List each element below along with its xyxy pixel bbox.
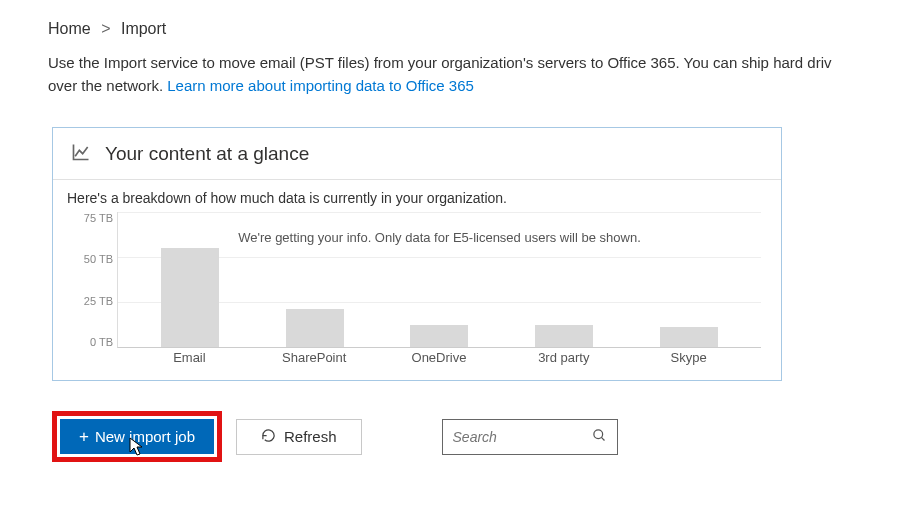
annotation-highlight: + New import job xyxy=(52,411,222,462)
y-tick: 75 TB xyxy=(69,212,113,224)
breadcrumb-current: Import xyxy=(121,20,166,37)
new-import-job-button[interactable]: + New import job xyxy=(60,419,214,454)
refresh-button[interactable]: Refresh xyxy=(236,419,362,455)
bar xyxy=(660,327,718,347)
search-box[interactable] xyxy=(442,419,618,455)
x-label: Email xyxy=(144,350,234,372)
refresh-icon xyxy=(261,428,276,446)
learn-more-link[interactable]: Learn more about importing data to Offic… xyxy=(167,77,474,94)
panel-subtext: Here's a breakdown of how much data is c… xyxy=(67,190,771,206)
x-label: SharePoint xyxy=(269,350,359,372)
new-import-label: New import job xyxy=(95,428,195,445)
x-label: Skype xyxy=(644,350,734,372)
breadcrumb-home[interactable]: Home xyxy=(48,20,91,37)
x-label: OneDrive xyxy=(394,350,484,372)
svg-point-0 xyxy=(593,429,602,438)
plus-icon: + xyxy=(79,428,89,445)
bar xyxy=(535,325,593,347)
bar xyxy=(286,309,344,347)
toolbar: + New import job Refresh xyxy=(52,411,913,462)
y-tick: 25 TB xyxy=(69,295,113,307)
bar xyxy=(161,248,219,347)
plot-area: We're getting your info. Only data for E… xyxy=(117,212,761,348)
content-glance-panel: Your content at a glance Here's a breakd… xyxy=(52,127,782,381)
bar xyxy=(410,325,468,347)
x-label: 3rd party xyxy=(519,350,609,372)
y-tick: 0 TB xyxy=(69,336,113,348)
page-description: Use the Import service to move email (PS… xyxy=(48,52,913,97)
y-tick: 50 TB xyxy=(69,253,113,265)
panel-title: Your content at a glance xyxy=(105,143,309,165)
search-icon xyxy=(592,428,607,446)
y-axis: 75 TB 50 TB 25 TB 0 TB xyxy=(69,212,113,372)
chart: 75 TB 50 TB 25 TB 0 TB We're getting you… xyxy=(117,212,761,372)
breadcrumb-separator: > xyxy=(101,20,110,37)
panel-header: Your content at a glance xyxy=(53,128,781,180)
breadcrumb: Home > Import xyxy=(48,20,913,38)
description-text-line2: over the network. xyxy=(48,77,167,94)
search-input[interactable] xyxy=(453,429,573,445)
refresh-label: Refresh xyxy=(284,428,337,445)
description-text-line1: Use the Import service to move email (PS… xyxy=(48,54,832,71)
chart-icon xyxy=(71,142,91,165)
svg-line-1 xyxy=(601,437,604,440)
